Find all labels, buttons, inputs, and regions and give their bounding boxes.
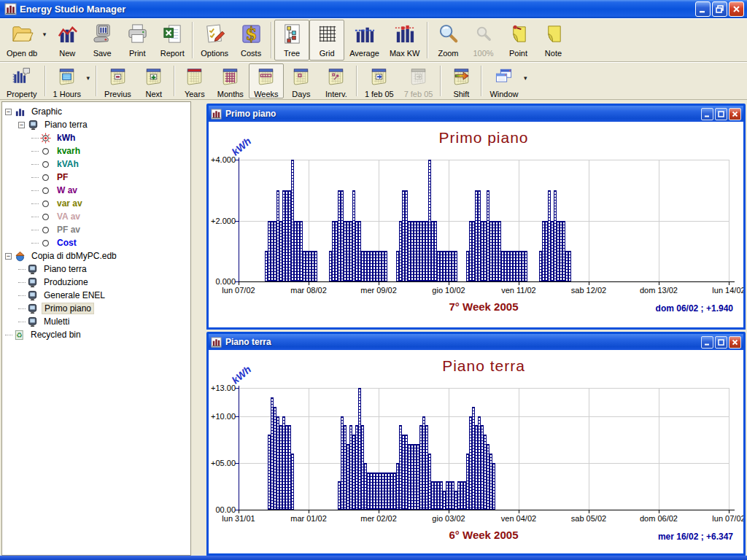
- tree-expander-icon[interactable]: −: [18, 122, 25, 128]
- tree-item-produzione[interactable]: Produzione: [2, 276, 190, 289]
- costs-button[interactable]: $Costs: [233, 20, 268, 61]
- tree-item-pf[interactable]: PF: [2, 171, 190, 184]
- toolbar-button-label: Report: [160, 49, 185, 58]
- close-button[interactable]: [729, 336, 741, 349]
- tree-item-va-av[interactable]: VA av: [2, 210, 190, 223]
- dropdown-arrow-icon[interactable]: ▾: [87, 74, 90, 82]
- close-button[interactable]: [729, 108, 741, 120]
- toolbar-button-label: Costs: [241, 49, 261, 58]
- toolbar-button-label: 1 Hours: [53, 90, 82, 98]
- tree-connector: [31, 217, 39, 217]
- tree-item-copia-di-dbmypc-edb[interactable]: −Copia di dbMyPC.edb: [2, 249, 190, 262]
- svg-text:$: $: [245, 24, 257, 44]
- calendar-start-icon: [369, 66, 389, 89]
- tree-item-primo-piano[interactable]: Primo piano: [2, 302, 190, 315]
- tree-item-kvarh[interactable]: kvarh: [2, 144, 190, 158]
- tree-connector: [31, 230, 39, 230]
- toolbar-separator: [271, 22, 272, 58]
- maximize-button[interactable]: [715, 336, 727, 349]
- hours-calendar-icon: [57, 66, 77, 89]
- point-note-icon: [507, 23, 530, 48]
- tree-button[interactable]: Tree: [274, 20, 309, 61]
- weeks-button[interactable]: Weeks: [249, 63, 284, 98]
- interv-button[interactable]: Interv.: [319, 63, 354, 98]
- minimize-button[interactable]: [701, 336, 713, 349]
- app-titlebar[interactable]: Energy Studio Manager: [0, 0, 747, 18]
- calendar-years-icon: [185, 66, 204, 89]
- radio-icon[interactable]: [40, 185, 51, 196]
- y-tick-label: +2.000: [209, 217, 236, 225]
- radio-icon[interactable]: [40, 211, 51, 222]
- restore-button[interactable]: [712, 1, 727, 17]
- radio-icon[interactable]: [40, 225, 51, 236]
- app-icon[interactable]: [4, 3, 17, 15]
- tree-item-kvah[interactable]: kVAh: [2, 158, 190, 171]
- main-toolbar: Open db▾NewSavePrintReportOptions$CostsT…: [0, 18, 747, 62]
- 1-hours-button[interactable]: 1 Hours▾: [48, 63, 87, 98]
- tree-item-w-av[interactable]: W av: [2, 184, 190, 197]
- max-kw-button[interactable]: Max KW: [384, 20, 425, 61]
- tree-item-piano-terra[interactable]: −Piano terra: [2, 118, 190, 131]
- tree-connector: [18, 282, 26, 283]
- chart-area-piano-terra[interactable]: Piano terrakWh+13.00+10.00+05.0000.00lun…: [209, 350, 743, 553]
- tree-item-generale-enel[interactable]: Generale ENEL: [2, 289, 190, 302]
- point-button[interactable]: Point: [500, 20, 535, 61]
- tree-expander-icon[interactable]: −: [5, 253, 12, 260]
- years-button[interactable]: Years: [177, 63, 212, 98]
- months-button[interactable]: Months: [212, 63, 249, 98]
- save-button[interactable]: Save: [85, 20, 120, 61]
- zoom-button[interactable]: Zoom: [430, 20, 465, 61]
- dropdown-arrow-icon[interactable]: ▾: [524, 74, 527, 82]
- print-button[interactable]: Print: [120, 20, 155, 61]
- child-titlebar-primo-piano[interactable]: Primo piano: [209, 106, 743, 122]
- property-button[interactable]: Property: [1, 63, 42, 98]
- tree-item-kwh[interactable]: kWh: [2, 131, 190, 144]
- new-button[interactable]: New: [50, 20, 85, 61]
- chart-area-primo-piano[interactable]: Primo pianokWh+4.000+2.0000.000lun 07/02…: [209, 122, 743, 327]
- tree-item-recycled-bin[interactable]: ♻Recycled bin: [2, 328, 190, 341]
- radio-icon[interactable]: [40, 172, 51, 183]
- tree-item-cost[interactable]: Cost: [2, 236, 190, 249]
- tree-item-var-av[interactable]: var av: [2, 197, 190, 210]
- radio-icon[interactable]: [40, 198, 51, 209]
- toolbar-button-label: Options: [201, 49, 228, 58]
- toolbar-button-label: Next: [145, 90, 162, 98]
- calendar-interval-icon: [326, 66, 346, 89]
- grid-button[interactable]: Grid: [309, 20, 344, 61]
- tree-item-graphic[interactable]: −Graphic: [2, 105, 190, 118]
- radio-icon[interactable]: [40, 238, 51, 249]
- options-button[interactable]: Options: [196, 20, 233, 61]
- toolbar-button-label: Months: [217, 90, 244, 98]
- maximize-button[interactable]: [715, 108, 727, 120]
- note-button[interactable]: Note: [535, 20, 570, 61]
- x-tick-label: mer 09/02: [347, 286, 411, 295]
- shift-button[interactable]: Shift: [444, 63, 479, 98]
- open-db-button[interactable]: Open db▾: [1, 20, 42, 61]
- average-icon: [353, 23, 376, 48]
- toolbar-separator: [174, 66, 175, 96]
- days-button[interactable]: Days: [284, 63, 319, 98]
- radio-icon[interactable]: [40, 159, 51, 170]
- close-button[interactable]: [729, 1, 744, 17]
- average-button[interactable]: Average: [344, 20, 384, 61]
- tree-expander-icon[interactable]: −: [5, 109, 12, 115]
- tree-item-piano-terra[interactable]: Piano terra: [2, 262, 190, 276]
- x-tick: [659, 510, 659, 513]
- y-tick-label: +13.00: [209, 384, 236, 392]
- 1-feb-05-button[interactable]: 1 feb 05: [360, 63, 399, 98]
- child-titlebar-piano-terra[interactable]: Piano terra: [209, 334, 743, 350]
- report-button[interactable]: Report: [155, 20, 190, 61]
- minimize-button[interactable]: [701, 108, 713, 120]
- y-tick-label: 00.00: [209, 505, 236, 514]
- next-button[interactable]: Next: [136, 63, 171, 98]
- previus-button[interactable]: Previus: [99, 63, 136, 98]
- minimize-button[interactable]: [695, 1, 711, 17]
- sidebar-tree: −Graphic−Piano terrakWhkvarhkVAhPFW avva…: [1, 101, 191, 556]
- dropdown-arrow-icon[interactable]: ▾: [43, 31, 47, 38]
- tree-item-pf-av[interactable]: PF av: [2, 223, 190, 236]
- tree-item-label: VA av: [55, 211, 82, 222]
- tree-item-muletti[interactable]: Muletti: [2, 315, 190, 328]
- radio-selected-icon[interactable]: [40, 133, 51, 144]
- window-button[interactable]: Window▾: [484, 63, 523, 98]
- radio-icon[interactable]: [40, 146, 51, 157]
